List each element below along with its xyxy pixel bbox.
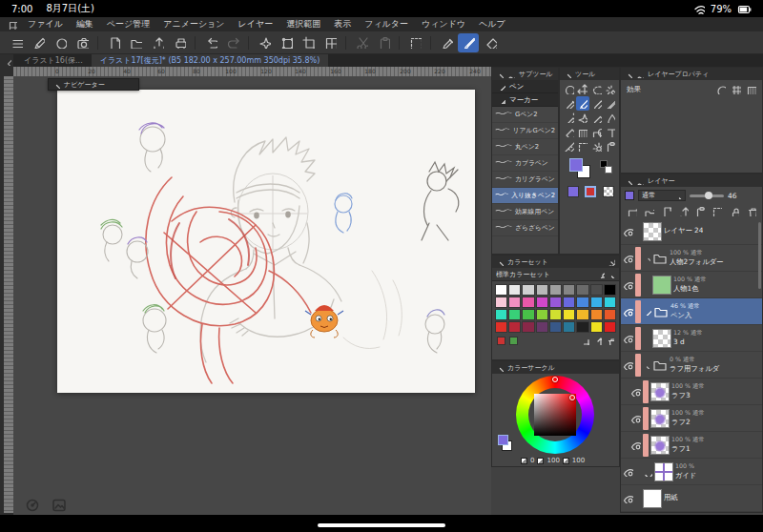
layer-row[interactable]: 12 % 通常3 d [621, 325, 762, 352]
chevron-right-icon[interactable] [643, 255, 650, 262]
color-swatch[interactable] [495, 297, 507, 308]
cut-button[interactable] [351, 33, 372, 52]
eye-icon[interactable] [630, 386, 641, 397]
delete-color-icon[interactable] [606, 337, 614, 345]
transform-button[interactable] [276, 33, 297, 52]
subtool-item[interactable]: リアルGペン2 [492, 123, 558, 139]
export-button[interactable] [147, 33, 168, 52]
menu-help[interactable]: ヘルプ [472, 18, 512, 31]
color-swatch[interactable] [549, 297, 562, 308]
mask-icon[interactable] [711, 206, 722, 216]
menu-window[interactable]: ウィンドウ [415, 18, 472, 31]
new-page-button[interactable] [103, 33, 124, 52]
zoom-tool[interactable] [562, 82, 576, 96]
color-swatch[interactable] [495, 309, 507, 320]
menu-animation[interactable]: アニメーション [156, 18, 231, 31]
blend-tool[interactable] [604, 111, 618, 125]
color-swatch[interactable] [576, 321, 588, 333]
color-swatch[interactable] [576, 297, 588, 308]
main-color-slot[interactable] [567, 186, 579, 197]
color-swatch[interactable] [536, 309, 548, 320]
menu-selection[interactable]: 選択範囲 [279, 18, 327, 31]
color-set-preset-dropdown[interactable]: 標準カラーセット [492, 268, 619, 281]
gradient-tool[interactable] [576, 125, 590, 139]
color-swatch[interactable] [549, 309, 562, 320]
color-swatch[interactable] [604, 284, 616, 296]
replace-color-icon[interactable] [593, 337, 602, 345]
sv-square[interactable] [534, 394, 576, 436]
eye-icon[interactable] [623, 253, 633, 263]
move-tool[interactable] [576, 82, 590, 96]
color-swatch[interactable] [522, 297, 534, 308]
ruler-tool[interactable] [562, 139, 576, 153]
menu-page[interactable]: ページ管理 [100, 18, 156, 31]
delete-layer-icon[interactable] [746, 206, 756, 216]
paste-button[interactable] [373, 33, 394, 52]
gear-icon[interactable] [608, 258, 615, 266]
fill-tool[interactable] [562, 125, 576, 139]
decoration-button[interactable] [254, 33, 275, 52]
color-swatch[interactable] [576, 309, 588, 320]
decoration-tool[interactable] [576, 111, 590, 125]
color-swatch[interactable] [563, 297, 575, 308]
subtool-item[interactable]: カブラペン [492, 155, 558, 172]
color-swatch[interactable] [549, 321, 562, 333]
close-icon[interactable] [496, 364, 504, 372]
layer-scrollbar[interactable] [758, 222, 761, 289]
new-folder-icon[interactable] [644, 206, 654, 216]
layer-color-icon[interactable] [746, 84, 756, 94]
figure-tool[interactable] [589, 125, 604, 139]
color-swatch[interactable] [576, 284, 588, 296]
color-swatch[interactable] [549, 284, 562, 296]
layer-row[interactable]: 100 % 通常人物1色 [621, 272, 762, 298]
layer-row[interactable]: 100 % 通常ラフ2 [621, 405, 762, 432]
color-swatch[interactable] [536, 297, 548, 308]
color-swatch[interactable] [508, 297, 521, 308]
subtool-item[interactable]: Gペン2 [492, 107, 558, 123]
redo-button[interactable] [222, 33, 243, 52]
color-swatch[interactable] [563, 284, 575, 296]
gallery-button[interactable] [52, 498, 69, 515]
pencil-tool[interactable] [589, 96, 604, 111]
color-swatch[interactable] [590, 321, 603, 333]
eraser-tool[interactable] [589, 111, 604, 125]
hue-ring[interactable] [516, 376, 594, 454]
color-swatch[interactable] [508, 309, 521, 320]
timelapse-dial-button[interactable] [25, 498, 42, 515]
selection-tool[interactable] [576, 139, 590, 153]
eye-icon[interactable] [630, 440, 641, 450]
eye-icon[interactable] [623, 466, 633, 477]
new-layer-icon[interactable] [627, 206, 637, 216]
collapse-left-icon[interactable] [2, 56, 11, 66]
white-swatch[interactable] [605, 166, 612, 174]
eye-icon[interactable] [623, 226, 633, 236]
layer-row[interactable]: 100 % 通常人物2フォルダー [621, 245, 762, 272]
eye-icon[interactable] [630, 413, 641, 423]
close-icon[interactable] [52, 81, 60, 89]
menu-view[interactable]: 表示 [327, 18, 358, 31]
subtool-item[interactable]: ざらざらペン [492, 220, 558, 236]
crop-button[interactable] [298, 33, 319, 52]
subtool-item[interactable]: 効果線用ペン [492, 204, 558, 220]
color-swatch[interactable] [495, 284, 507, 296]
layer-row[interactable]: 0 % 通常ラフ用フォルダ [621, 352, 762, 379]
camera-button[interactable] [72, 33, 93, 52]
color-swatch[interactable] [508, 284, 521, 296]
layer-row-selected[interactable]: 46 % 通常ペン入 [621, 298, 762, 325]
close-icon[interactable] [625, 177, 632, 185]
close-icon[interactable] [496, 258, 504, 266]
color-swatch[interactable] [563, 309, 575, 320]
blend-mode-dropdown[interactable]: 通常 [638, 190, 686, 201]
select-area-button[interactable] [404, 33, 425, 52]
close-icon[interactable] [564, 71, 571, 78]
paper-icon[interactable] [661, 206, 671, 216]
color-swatch[interactable] [495, 321, 507, 333]
footer-swatch-red[interactable] [497, 337, 505, 345]
color-swatch[interactable] [604, 321, 616, 333]
layer-row[interactable]: 100 % 通常ラフ3 [621, 379, 762, 405]
layer-row[interactable]: 用紙 [621, 485, 762, 512]
tone-effect-icon[interactable] [731, 84, 741, 94]
close-icon[interactable] [625, 71, 632, 78]
fill-button[interactable] [480, 33, 501, 52]
pen-settings-button[interactable] [28, 33, 49, 52]
